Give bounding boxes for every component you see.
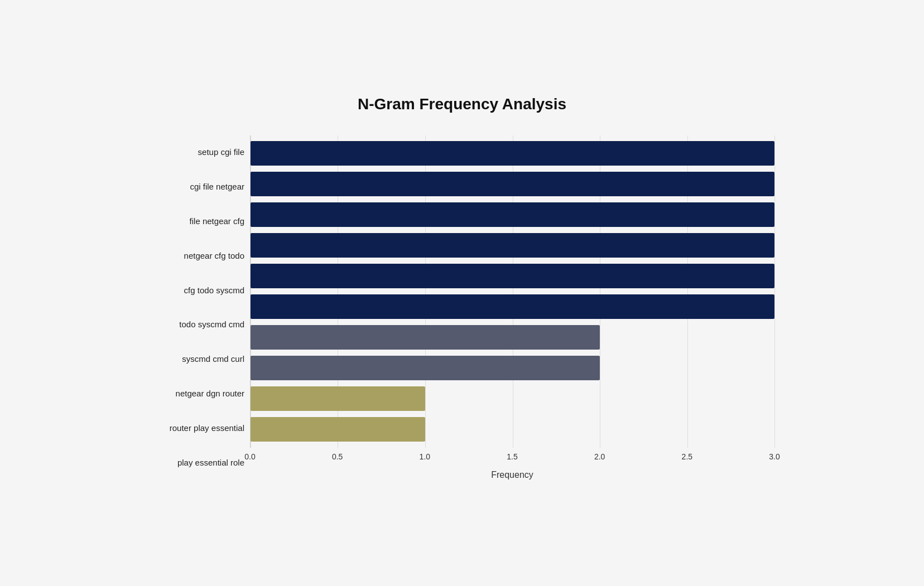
- bar-row: [251, 322, 774, 353]
- bar: [251, 202, 774, 227]
- x-axis-label: Frequency: [250, 470, 774, 480]
- bar: [251, 294, 774, 319]
- x-axis: 0.00.51.01.52.02.53.0: [250, 452, 774, 466]
- y-label: netgear dgn router: [150, 389, 244, 399]
- bar: [251, 325, 600, 350]
- y-label: netgear cfg todo: [150, 251, 244, 261]
- bar-row: [251, 384, 774, 414]
- x-tick: 3.0: [769, 452, 779, 461]
- x-tick: 1.0: [420, 452, 430, 461]
- y-label: syscmd cmd curl: [150, 354, 244, 364]
- bar: [251, 141, 774, 166]
- y-label: cgi file netgear: [150, 182, 244, 192]
- x-tick: 0.0: [244, 452, 255, 461]
- y-label: todo syscmd cmd: [150, 319, 244, 330]
- bars-and-xaxis: 0.00.51.01.52.02.53.0 Frequency: [250, 135, 774, 480]
- bar-row: [251, 292, 774, 322]
- x-tick: 1.5: [507, 452, 517, 461]
- bar: [251, 264, 774, 288]
- bar: [251, 417, 425, 442]
- y-label: setup cgi file: [150, 147, 244, 157]
- bar: [251, 172, 774, 196]
- y-label: router play essential: [150, 423, 244, 433]
- y-label: file netgear cfg: [150, 216, 244, 226]
- chart-area: setup cgi filecgi file netgearfile netge…: [150, 135, 774, 480]
- x-tick: 2.5: [682, 452, 692, 461]
- bar-row: [251, 353, 774, 384]
- bar-row: [251, 200, 774, 230]
- y-axis-labels: setup cgi filecgi file netgearfile netge…: [150, 135, 250, 480]
- bar: [251, 233, 774, 258]
- y-label: cfg todo syscmd: [150, 285, 244, 296]
- bar: [251, 386, 425, 411]
- chart-container: N-Gram Frequency Analysis setup cgi file…: [127, 73, 797, 514]
- bar-row: [251, 261, 774, 292]
- bars-column: [251, 135, 774, 448]
- chart-title: N-Gram Frequency Analysis: [150, 95, 774, 113]
- grid-line: [774, 135, 775, 448]
- bar-row: [251, 169, 774, 200]
- bar-row: [251, 414, 774, 445]
- x-tick: 2.0: [594, 452, 605, 461]
- y-label: play essential role: [150, 458, 244, 468]
- bar-row: [251, 138, 774, 169]
- bars-section: [250, 135, 774, 448]
- bar-row: [251, 230, 774, 261]
- bar: [251, 356, 600, 380]
- x-tick: 0.5: [332, 452, 343, 461]
